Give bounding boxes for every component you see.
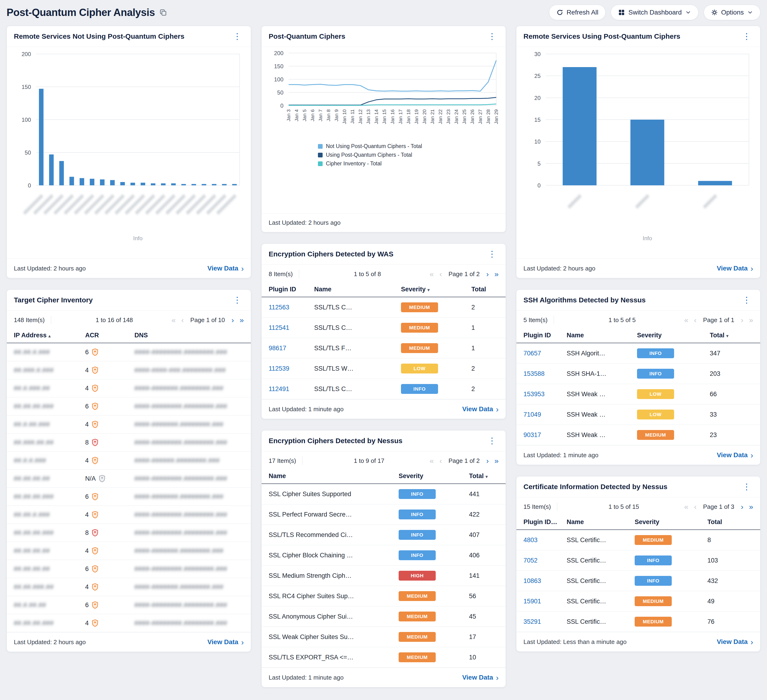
- table-row[interactable]: SSL Weak Cipher Suites Su…MEDIUM17: [262, 627, 506, 647]
- table-row[interactable]: SSL Cipher Suites SupportedINFO441: [262, 484, 506, 504]
- switch-dashboard-button[interactable]: Switch Dashboard: [611, 5, 698, 20]
- table-row[interactable]: 112491SSL/TLS C…INFO2: [262, 379, 506, 399]
- table-row[interactable]: 70657SSH Algorit…INFO347: [516, 343, 760, 364]
- view-data-link[interactable]: View Data›: [207, 638, 244, 646]
- table-row[interactable]: SSL Anonymous Cipher Sui…MEDIUM45: [262, 606, 506, 627]
- options-button[interactable]: Options: [703, 5, 761, 20]
- column-header-severity[interactable]: Severity: [395, 469, 466, 484]
- column-header-plugin_id[interactable]: Plugin ID: [516, 328, 563, 343]
- plugin_id-link[interactable]: 70657: [524, 350, 541, 357]
- kebab-menu-icon[interactable]: ⋮: [740, 296, 753, 304]
- table-row[interactable]: ##.##.##.##N/A####-########.########.###: [7, 469, 251, 488]
- table-row[interactable]: SSL Medium Strength Ciph…HIGH141: [262, 566, 506, 586]
- pagination-first-button[interactable]: «: [172, 316, 176, 324]
- refresh-all-button[interactable]: Refresh All: [549, 5, 606, 20]
- pagination-prev-button[interactable]: ‹: [181, 316, 184, 324]
- pagination-first-button[interactable]: «: [430, 457, 434, 465]
- table-row[interactable]: 71049SSH Weak …LOW33: [516, 404, 760, 425]
- table-row[interactable]: ##.##.#.###4####-########.########.###: [7, 506, 251, 524]
- table-row[interactable]: ##.##.##.##4####-#######.########.###: [7, 542, 251, 560]
- plugin_id-link[interactable]: 71049: [524, 411, 541, 418]
- kebab-menu-icon[interactable]: ⋮: [485, 437, 498, 445]
- column-header-plugin_id[interactable]: Plugin ID…: [516, 515, 563, 530]
- view-data-link[interactable]: View Data›: [717, 451, 753, 459]
- table-row[interactable]: ##.###.#.###4####-####-###.########.###: [7, 361, 251, 379]
- column-header-name[interactable]: Name: [563, 515, 632, 530]
- pagination-next-button[interactable]: ›: [486, 457, 489, 465]
- table-row[interactable]: ##.##.##.###4####-########.########.###: [7, 614, 251, 632]
- kebab-menu-icon[interactable]: ⋮: [231, 296, 244, 304]
- copy-icon[interactable]: [159, 8, 167, 16]
- kebab-menu-icon[interactable]: ⋮: [485, 32, 498, 41]
- table-row[interactable]: SSL/TLS Recommended Ci…INFO407: [262, 525, 506, 545]
- table-row[interactable]: ##.###.##.##8####-########.########.###: [7, 434, 251, 452]
- column-header-ip[interactable]: IP Address▴: [7, 328, 82, 343]
- column-header-severity[interactable]: Severity▾: [398, 282, 468, 297]
- plugin_id-link[interactable]: 153953: [524, 391, 544, 398]
- table-row[interactable]: SSL Perfect Forward Secre…INFO422: [262, 504, 506, 525]
- pagination-prev-button[interactable]: ‹: [694, 316, 697, 324]
- plugin_id-link[interactable]: 15901: [524, 598, 541, 605]
- column-header-name[interactable]: Name: [262, 469, 395, 484]
- table-row[interactable]: ##.##.##.###8####-########.########.###: [7, 524, 251, 542]
- plugin_id-link[interactable]: 112541: [269, 324, 289, 331]
- pagination-next-button[interactable]: ›: [232, 316, 234, 324]
- table-row[interactable]: ##.#.###.##4####-#######.########.###: [7, 379, 251, 398]
- table-row[interactable]: ##.#.##.##6####-########.########.###: [7, 596, 251, 614]
- column-header-total[interactable]: Total: [704, 515, 760, 530]
- table-row[interactable]: SSL Cipher Block Chaining …INFO406: [262, 545, 506, 566]
- plugin_id-link[interactable]: 98617: [269, 345, 286, 352]
- pagination-first-button[interactable]: «: [684, 503, 688, 511]
- column-header-plugin_id[interactable]: Plugin ID: [262, 282, 311, 297]
- kebab-menu-icon[interactable]: ⋮: [740, 482, 753, 491]
- table-row[interactable]: 4803SSL Certific…MEDIUM8: [516, 530, 760, 550]
- pagination-next-button[interactable]: ›: [741, 503, 743, 511]
- column-header-total[interactable]: Total▾: [707, 328, 760, 343]
- table-row[interactable]: ##.##.##.###6####-########.########.###: [7, 398, 251, 415]
- view-data-link[interactable]: View Data›: [717, 638, 753, 646]
- table-row[interactable]: 35291SSL Certific…MEDIUM76: [516, 612, 760, 632]
- table-row[interactable]: 112541SSL/TLS C…MEDIUM1: [262, 318, 506, 338]
- table-row[interactable]: ##.#.#.###4####-######.########.###: [7, 452, 251, 469]
- table-row[interactable]: SSL/TLS EXPORT_RSA <=…MEDIUM10: [262, 647, 506, 668]
- pagination-prev-button[interactable]: ‹: [694, 503, 697, 511]
- table-row[interactable]: ##.#.##.###4####-#######.########.###: [7, 415, 251, 434]
- table-row[interactable]: 153588SSH SHA-1…INFO203: [516, 364, 760, 384]
- table-row[interactable]: 15901SSL Certific…MEDIUM49: [516, 591, 760, 612]
- pagination-first-button[interactable]: «: [684, 316, 688, 324]
- pagination-last-button[interactable]: »: [494, 457, 498, 465]
- pagination-prev-button[interactable]: ‹: [439, 457, 442, 465]
- column-header-name[interactable]: Name: [311, 282, 398, 297]
- pagination-last-button[interactable]: »: [240, 316, 244, 324]
- view-data-link[interactable]: View Data›: [717, 264, 753, 272]
- view-data-link[interactable]: View Data›: [207, 264, 244, 272]
- pagination-next-button[interactable]: ›: [741, 316, 743, 324]
- column-header-dns[interactable]: DNS: [131, 328, 251, 343]
- plugin_id-link[interactable]: 10863: [524, 578, 541, 584]
- kebab-menu-icon[interactable]: ⋮: [740, 32, 753, 41]
- table-row[interactable]: 112539SSL/TLS W…LOW2: [262, 358, 506, 379]
- table-row[interactable]: SSL RC4 Cipher Suites Sup…MEDIUM56: [262, 586, 506, 606]
- table-row[interactable]: ##.##.##.##6####-########.########.###: [7, 560, 251, 578]
- kebab-menu-icon[interactable]: ⋮: [231, 32, 244, 41]
- kebab-menu-icon[interactable]: ⋮: [485, 250, 498, 258]
- column-header-acr[interactable]: ACR: [82, 328, 131, 343]
- plugin_id-link[interactable]: 112563: [269, 304, 289, 311]
- plugin_id-link[interactable]: 4803: [524, 536, 538, 544]
- table-row[interactable]: ##.##.#.###6####-########.########.###: [7, 343, 251, 361]
- plugin_id-link[interactable]: 112491: [269, 385, 289, 393]
- pagination-first-button[interactable]: «: [430, 270, 434, 278]
- table-row[interactable]: ##.##.###.##4####-#######.########.###: [7, 578, 251, 596]
- pagination-last-button[interactable]: »: [494, 270, 498, 278]
- table-row[interactable]: ##.##.##.###6####-#######.########.###: [7, 488, 251, 506]
- plugin_id-link[interactable]: 90317: [524, 431, 541, 438]
- pagination-last-button[interactable]: »: [749, 503, 753, 511]
- table-row[interactable]: 153953SSH Weak …LOW66: [516, 384, 760, 404]
- plugin_id-link[interactable]: 153588: [524, 370, 544, 377]
- pagination-last-button[interactable]: »: [749, 316, 753, 324]
- table-row[interactable]: 98617SSL/TLS F…MEDIUM1: [262, 338, 506, 358]
- pagination-next-button[interactable]: ›: [486, 270, 489, 278]
- column-header-name[interactable]: Name: [563, 328, 634, 343]
- table-row[interactable]: 90317SSH Weak …MEDIUM23: [516, 425, 760, 445]
- plugin_id-link[interactable]: 35291: [524, 618, 541, 625]
